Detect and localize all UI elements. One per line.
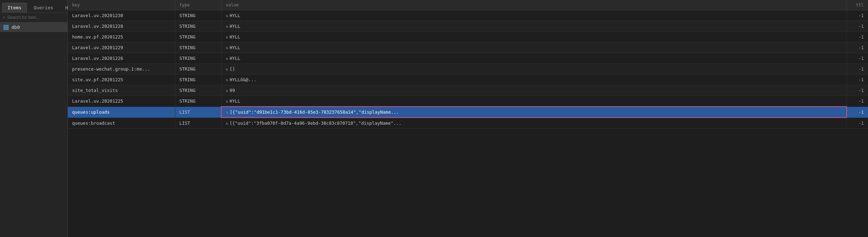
type-label: STRING xyxy=(180,66,196,72)
tab-queries[interactable]: Queries xyxy=(28,3,59,12)
table-row[interactable]: Laravel.uv.20201228STRING⇅HYLL-1 xyxy=(68,21,868,32)
cell-key: site_total_visits xyxy=(68,85,175,96)
sort-icon: ⇅ xyxy=(226,110,228,115)
sort-icon: ⇅ xyxy=(226,99,228,104)
tab-bar: Items Queries History xyxy=(0,0,67,13)
cell-key: presence-wechat.group.1:me... xyxy=(68,64,175,74)
sort-icon: ⇅ xyxy=(226,78,228,82)
cell-value: ⇅[] xyxy=(221,64,847,74)
cell-key: Laravel.uv.20201226 xyxy=(68,53,175,64)
cell-value: ⇅HYLL xyxy=(221,10,847,21)
cell-value: ⇅99 xyxy=(221,85,847,96)
cell-value: ⇅[{"uuid":"d91be1c1-73bd-416d-85e3-78323… xyxy=(221,107,847,118)
cell-key: Laravel.uv.20201228 xyxy=(68,21,175,32)
sort-icon: ⇅ xyxy=(226,46,228,50)
tab-items[interactable]: Items xyxy=(2,3,27,12)
cell-key: home.uv.pf.20201225 xyxy=(68,32,175,42)
type-label: LIST xyxy=(180,120,190,126)
main-content: key type value ttl Laravel.uv.20201230ST… xyxy=(68,0,868,237)
cell-type: STRING xyxy=(175,42,221,53)
table-row[interactable]: Laravel.uv.20201230STRING⇅HYLL-1 xyxy=(68,10,868,21)
table-row[interactable]: site.uv.pf.20201225STRING⇅HYLLõ&@...-1 xyxy=(68,74,868,85)
cell-value: ⇅HYLL xyxy=(221,53,847,64)
type-label: STRING xyxy=(180,24,196,29)
db-label: db0 xyxy=(11,25,20,30)
cell-type: LIST xyxy=(175,118,221,129)
cell-ttl: -1 xyxy=(847,53,868,64)
table-row[interactable]: presence-wechat.group.1:me...STRING⇅[]-1 xyxy=(68,64,868,74)
sort-icon: ⇅ xyxy=(226,35,228,40)
cell-key: queues:uploads xyxy=(68,107,175,118)
type-label: STRING xyxy=(180,88,196,93)
cell-value: ⇅HYLL xyxy=(221,32,847,42)
table-row[interactable]: queues:uploadsLIST⇅[{"uuid":"d91be1c1-73… xyxy=(68,107,868,118)
cell-value: ⇅HYLL xyxy=(221,42,847,53)
database-grid-icon xyxy=(4,25,9,30)
table-header: key type value ttl xyxy=(68,0,868,10)
search-input[interactable] xyxy=(7,15,65,20)
cell-ttl: -1 xyxy=(847,96,868,107)
cell-value: ⇅[{"uuid":"3fba070f-8d7a-4a96-9ebd-38c83… xyxy=(221,118,847,129)
sort-icon: ⇅ xyxy=(226,14,228,18)
table-row[interactable]: site_total_visitsSTRING⇅99-1 xyxy=(68,85,868,96)
cell-type: STRING xyxy=(175,96,221,107)
type-label: STRING xyxy=(180,13,196,18)
col-value[interactable]: value xyxy=(221,0,847,10)
cell-key: queues:broadcast xyxy=(68,118,175,129)
sort-icon: ⇅ xyxy=(226,24,228,29)
table-row[interactable]: Laravel.uv.20201226STRING⇅HYLL-1 xyxy=(68,53,868,64)
cell-type: STRING xyxy=(175,74,221,85)
cell-key: site.uv.pf.20201225 xyxy=(68,74,175,85)
cell-ttl: -1 xyxy=(847,32,868,42)
type-label: STRING xyxy=(180,77,196,82)
cell-key: Laravel.uv.20201230 xyxy=(68,10,175,21)
col-key[interactable]: key xyxy=(68,0,175,10)
table-body: Laravel.uv.20201230STRING⇅HYLL-1Laravel.… xyxy=(68,10,868,129)
type-label: STRING xyxy=(180,98,196,104)
cell-ttl: -1 xyxy=(847,107,868,118)
cell-type: STRING xyxy=(175,10,221,21)
table-row[interactable]: Laravel.uv.20201225STRING⇅HYLL-1 xyxy=(68,96,868,107)
cell-ttl: -1 xyxy=(847,10,868,21)
table-row[interactable]: home.uv.pf.20201225STRING⇅HYLL-1 xyxy=(68,32,868,42)
type-label: STRING xyxy=(180,45,196,50)
cell-type: STRING xyxy=(175,32,221,42)
sort-icon: ⇅ xyxy=(226,121,228,126)
cell-value: ⇅HYLL xyxy=(221,96,847,107)
sort-icon: ⇅ xyxy=(226,67,228,72)
cell-type: LIST xyxy=(175,107,221,118)
table-row[interactable]: Laravel.uv.20201229STRING⇅HYLL-1 xyxy=(68,42,868,53)
db-item[interactable]: db0 xyxy=(0,22,67,32)
cell-ttl: -1 xyxy=(847,85,868,96)
sort-icon: ⇅ xyxy=(226,88,228,93)
sidebar: Items Queries History ⌕ db0 xyxy=(0,0,68,237)
cell-value: ⇅HYLL xyxy=(221,21,847,32)
table-wrapper: key type value ttl Laravel.uv.20201230ST… xyxy=(68,0,868,237)
col-type[interactable]: type xyxy=(175,0,221,10)
cell-key: Laravel.uv.20201225 xyxy=(68,96,175,107)
type-label: STRING xyxy=(180,56,196,61)
cell-ttl: -1 xyxy=(847,74,868,85)
table-row[interactable]: queues:broadcastLIST⇅[{"uuid":"3fba070f-… xyxy=(68,118,868,129)
cell-value: ⇅HYLLõ&@... xyxy=(221,74,847,85)
cell-type: STRING xyxy=(175,53,221,64)
col-ttl[interactable]: ttl xyxy=(847,0,868,10)
search-bar: ⌕ xyxy=(0,13,67,22)
type-label: LIST xyxy=(180,109,190,115)
search-icon: ⌕ xyxy=(3,15,5,20)
type-label: STRING xyxy=(180,34,196,40)
cell-ttl: -1 xyxy=(847,21,868,32)
cell-ttl: -1 xyxy=(847,42,868,53)
data-table: key type value ttl Laravel.uv.20201230ST… xyxy=(68,0,868,129)
cell-key: Laravel.uv.20201229 xyxy=(68,42,175,53)
cell-type: STRING xyxy=(175,85,221,96)
cell-ttl: -1 xyxy=(847,118,868,129)
sort-icon: ⇅ xyxy=(226,56,228,61)
cell-type: STRING xyxy=(175,64,221,74)
cell-type: STRING xyxy=(175,21,221,32)
cell-ttl: -1 xyxy=(847,64,868,74)
